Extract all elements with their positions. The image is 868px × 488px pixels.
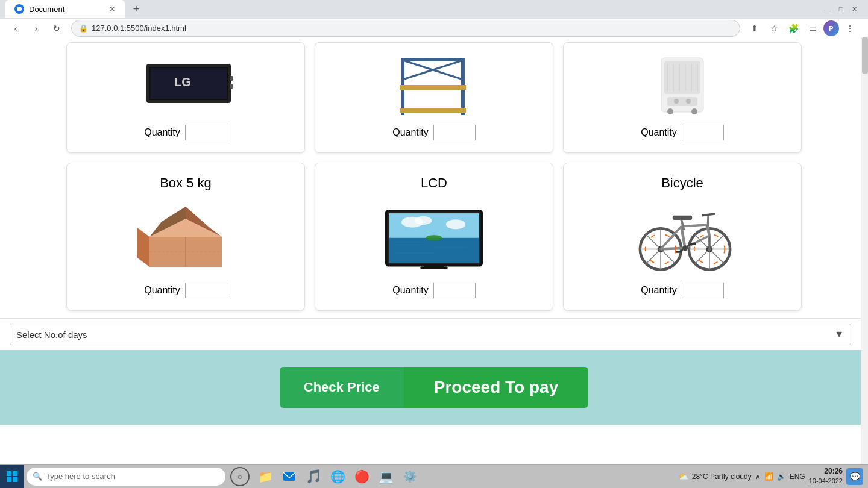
taskbar-apps: 📁 🎵 🌐 🔴 💻 ⚙️ — [252, 466, 423, 487]
top-card-2-quantity: Quantity — [392, 125, 476, 140]
box-quantity-input[interactable] — [185, 283, 227, 298]
product-name-lcd: LCD — [421, 175, 447, 191]
taskbar-app-settings[interactable]: ⚙️ — [399, 466, 421, 487]
svg-rect-42 — [389, 213, 479, 238]
bicycle-image — [628, 201, 737, 273]
taskbar-search-bar[interactable]: 🔍 Type here to search — [27, 468, 225, 486]
svg-point-26 — [686, 99, 691, 104]
minimize-button[interactable]: — — [823, 5, 832, 13]
new-tab-button[interactable]: + — [128, 1, 145, 17]
svg-rect-14 — [400, 85, 466, 90]
svg-rect-38 — [421, 267, 448, 270]
shelf-image — [380, 49, 488, 115]
profile-avatar[interactable]: P — [823, 20, 839, 36]
svg-point-28 — [691, 108, 697, 114]
tab-label: Document — [29, 5, 64, 14]
days-select[interactable]: Select No.of days 1 day 2 days 3 days 7 … — [10, 324, 851, 345]
volume-icon: 🔊 — [777, 472, 786, 481]
top-card-lg: LG Quantity — [66, 42, 305, 153]
address-bar: ‹ › ↻ 🔒 127.0.0.1:5500/index1.html ⬆ ☆ 🧩… — [0, 19, 868, 38]
svg-rect-11 — [401, 58, 465, 61]
lcd-image — [380, 201, 488, 273]
svg-rect-6 — [230, 84, 233, 89]
scrollbar[interactable] — [861, 37, 868, 464]
taskbar-app-mail[interactable] — [278, 466, 300, 487]
svg-line-73 — [702, 214, 715, 216]
bookmark-icon[interactable]: ☆ — [766, 20, 782, 37]
products-container: LG Quantity — [0, 37, 868, 311]
cortana-button[interactable]: ○ — [230, 467, 250, 486]
box-quantity: Quantity — [144, 283, 227, 298]
url-text: 127.0.0.1:5500/index1.html — [92, 23, 186, 33]
taskbar-system-icons: ⛅ 28°C Partly cloudy ∧ 📶 🔊 ENG — [678, 472, 805, 481]
top-quantity-input-3[interactable] — [682, 125, 724, 140]
active-tab[interactable]: Document ✕ — [5, 0, 125, 18]
proceed-to-pay-button[interactable]: Proceed To pay — [404, 367, 588, 408]
taskbar-app-edge[interactable]: 🌐 — [327, 466, 348, 487]
taskbar-app-file-explorer[interactable]: 📁 — [254, 466, 276, 487]
browser-actions: ⬆ ☆ 🧩 ▭ P ⋮ — [746, 20, 861, 37]
start-button[interactable] — [0, 465, 24, 489]
tab-bar: Document ✕ + — □ ✕ — [0, 0, 868, 19]
svg-point-45 — [415, 216, 432, 225]
taskbar-app-spotify[interactable]: 🎵 — [303, 466, 324, 487]
taskbar-clock[interactable]: 20:26 10-04-2022 — [809, 466, 843, 486]
svg-rect-83 — [13, 477, 17, 482]
svg-rect-5 — [230, 76, 233, 81]
close-button[interactable]: ✕ — [850, 5, 858, 13]
window-controls: — □ ✕ — [823, 5, 863, 13]
top-cards-grid: LG Quantity — [66, 42, 802, 153]
svg-rect-81 — [13, 471, 17, 476]
clock-date: 10-04-2022 — [809, 477, 843, 486]
check-price-button[interactable]: Check Price — [280, 367, 404, 408]
split-view-icon[interactable]: ▭ — [804, 20, 821, 37]
svg-rect-76 — [675, 251, 682, 253]
top-quantity-label-2: Quantity — [392, 127, 429, 138]
menu-icon[interactable]: ⋮ — [841, 20, 858, 37]
lg-device-image: LG — [131, 49, 240, 115]
svg-point-25 — [674, 99, 679, 104]
products-grid: Box 5 kg — [66, 163, 802, 311]
days-select-section: Select No.of days 1 day 2 days 3 days 7 … — [0, 318, 868, 350]
back-button[interactable]: ‹ — [7, 20, 24, 37]
lcd-quantity-input[interactable] — [433, 283, 476, 298]
top-quantity-input-1[interactable] — [185, 125, 227, 140]
tab-close-button[interactable]: ✕ — [108, 4, 116, 14]
taskbar-app-vscode[interactable]: 💻 — [375, 466, 397, 487]
box-quantity-label: Quantity — [144, 285, 180, 296]
svg-rect-17 — [664, 61, 700, 94]
box-image — [131, 201, 240, 273]
extensions-icon[interactable]: 🧩 — [785, 20, 802, 37]
top-card-3-quantity: Quantity — [641, 125, 724, 140]
svg-point-46 — [446, 219, 465, 229]
top-quantity-input-2[interactable] — [433, 125, 476, 140]
top-quantity-label-1: Quantity — [144, 127, 180, 138]
action-section: Check Price Proceed To pay — [0, 350, 868, 425]
svg-rect-80 — [7, 471, 11, 476]
product-card-lcd: LCD — [315, 163, 553, 311]
notification-button[interactable]: 💬 — [846, 468, 863, 485]
system-tray-up[interactable]: ∧ — [755, 472, 761, 481]
svg-rect-71 — [673, 215, 692, 219]
refresh-button[interactable]: ↻ — [48, 20, 65, 37]
network-icon: 📶 — [764, 472, 773, 481]
svg-rect-77 — [690, 242, 696, 245]
svg-point-47 — [426, 235, 442, 240]
bicycle-quantity-input[interactable] — [682, 283, 724, 298]
lcd-quantity: Quantity — [392, 283, 476, 298]
nav-buttons: ‹ › ↻ — [7, 20, 65, 37]
page-content: LG Quantity — [0, 37, 868, 464]
scrollbar-thumb[interactable] — [862, 37, 868, 74]
taskbar: 🔍 Type here to search ○ 📁 🎵 🌐 🔴 💻 ⚙️ ⛅ 2… — [0, 464, 868, 488]
maximize-button[interactable]: □ — [837, 5, 845, 13]
lcd-quantity-label: Quantity — [392, 285, 429, 296]
forward-button[interactable]: › — [28, 20, 45, 37]
share-icon[interactable]: ⬆ — [746, 20, 763, 37]
bicycle-quantity: Quantity — [641, 283, 724, 298]
svg-point-27 — [667, 108, 673, 114]
taskbar-app-chrome[interactable]: 🔴 — [351, 466, 373, 487]
top-quantity-label-3: Quantity — [641, 127, 677, 138]
svg-rect-24 — [667, 97, 697, 106]
clock-time: 20:26 — [809, 466, 843, 477]
url-bar[interactable]: 🔒 127.0.0.1:5500/index1.html — [71, 20, 740, 37]
